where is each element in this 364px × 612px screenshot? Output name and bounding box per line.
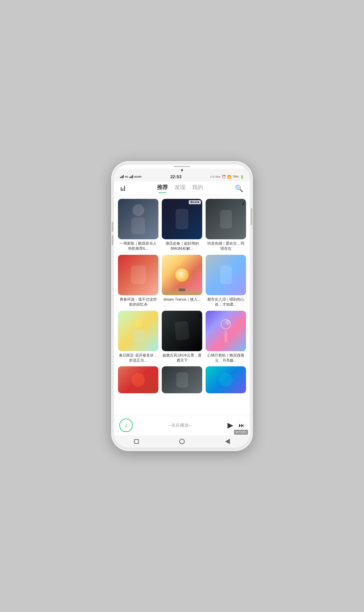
phone-screen: 4G 4GHD 22:53 0.10 KB/s ⏰ 📶 79% 🔋	[114, 164, 250, 448]
phone-frame: 4G 4GHD 22:53 0.10 KB/s ⏰ 📶 79% 🔋	[111, 161, 253, 451]
search-button[interactable]: 🔍	[235, 184, 243, 192]
back-button[interactable]	[178, 437, 186, 446]
list-item[interactable]: 潮店必备 潮店必备｜超好用的BMG轻松解...	[162, 199, 202, 251]
battery-indicator: 79%	[233, 175, 239, 178]
card-image: ♪	[206, 199, 246, 239]
list-item[interactable]: ♪ 抖音伤感｜爱在左，同情在右	[206, 199, 246, 251]
list-item[interactable]: 春日限定·花开春意浓，舒适正当...	[118, 311, 158, 363]
signal-icon-2	[129, 175, 133, 178]
next-button[interactable]: ⏭	[239, 422, 245, 429]
card-overlay	[162, 199, 202, 239]
card-image	[118, 311, 158, 351]
card-badge: 潮店必备	[189, 200, 201, 204]
card-overlay	[206, 311, 246, 351]
card-image: ♪	[162, 311, 202, 351]
camera	[181, 169, 183, 171]
tab-discover[interactable]: 发现	[175, 184, 185, 192]
square-icon	[134, 439, 139, 444]
player-controls: ▶ ⏭	[228, 421, 245, 430]
moon-scene	[162, 255, 202, 295]
card-image	[206, 366, 246, 393]
tab-recommend[interactable]: 推荐	[157, 184, 168, 192]
card-title: 潮店必备｜超好用的BMG轻松解...	[162, 241, 202, 251]
recents-button[interactable]	[223, 437, 232, 446]
status-left: 4G 4GHD	[120, 175, 142, 178]
card-title: 春日限定·花开春意浓，舒适正当...	[118, 353, 158, 363]
circle-icon	[179, 439, 185, 444]
list-item[interactable]: 青春环游：逃不过这些歌的回忆杀	[118, 255, 158, 307]
card-title: 都市女人泪｜唱到伤心处，才知爱...	[206, 297, 246, 307]
status-bar: 4G 4GHD 22:53 0.10 KB/s ⏰ 📶 79% 🔋	[114, 172, 250, 181]
card-image	[206, 311, 246, 351]
clock: 22:53	[170, 174, 181, 179]
battery-icon: 🔋	[240, 175, 244, 179]
card-overlay	[206, 255, 246, 295]
card-image	[118, 255, 158, 295]
card-title: 青春环游：逃不过这些歌的回忆杀	[118, 297, 158, 307]
nav-bar: 推荐 发现 我的 🔍	[114, 181, 250, 195]
list-item[interactable]	[162, 366, 202, 393]
card-image: 潮店必备	[162, 199, 202, 239]
card-title: 一周新歌｜酷我音乐人热歌推荐6...	[118, 241, 158, 251]
card-image	[162, 255, 202, 295]
player-bar: ♪ --未在播放-- ▶ ⏭	[114, 415, 250, 435]
card-title: 超燃古风‖剑冲云霄，逐鹿天下	[162, 353, 202, 363]
moon-shape	[175, 268, 189, 282]
speaker	[174, 166, 190, 167]
card-overlay	[118, 311, 158, 351]
card-overlay	[206, 366, 246, 393]
volume-down-button	[112, 235, 113, 245]
status-right: 0.10 KB/s ⏰ 📶 79% 🔋	[210, 175, 244, 179]
card-image	[118, 199, 158, 239]
bottom-nav	[114, 435, 250, 448]
equalizer-icon	[121, 186, 125, 191]
triangle-icon	[225, 439, 230, 444]
card-overlay	[118, 366, 158, 393]
network-type: 4G	[125, 175, 128, 178]
home-button[interactable]	[132, 437, 141, 446]
nav-tabs: 推荐 发现 我的	[157, 184, 203, 192]
watermark: 软件智库	[234, 430, 248, 435]
card-overlay	[206, 199, 246, 239]
signal-icon	[120, 175, 124, 178]
card-image	[118, 366, 158, 393]
list-item[interactable]: dream Trance｜驶入...	[162, 255, 202, 307]
card-overlay	[118, 255, 158, 295]
wifi-icon: 📶	[227, 175, 231, 179]
card-image	[162, 366, 202, 393]
now-playing: --未在播放--	[137, 422, 223, 428]
network-type-2: 4GHD	[134, 175, 142, 178]
list-item[interactable]: 一周新歌｜酷我音乐人热歌推荐6...	[118, 199, 158, 251]
card-title: 抖音伤感｜爱在左，同情在右	[206, 241, 246, 251]
network-speed: 0.10 KB/s	[210, 176, 220, 178]
notch	[114, 169, 250, 172]
power-button	[251, 208, 252, 225]
tiktok-badge: ♪	[199, 312, 201, 318]
filter-icon[interactable]	[121, 186, 125, 191]
card-title: dream Trance｜驶入...	[162, 297, 202, 302]
card-overlay	[162, 366, 202, 393]
list-item[interactable]	[118, 366, 158, 393]
playlist-grid: 一周新歌｜酷我音乐人热歌推荐6... 潮店必备 潮店必备｜超好用的BMG轻松解.…	[118, 199, 246, 393]
content-area: 一周新歌｜酷我音乐人热歌推荐6... 潮店必备 潮店必备｜超好用的BMG轻松解.…	[114, 195, 250, 415]
album-art: ♪	[119, 419, 133, 432]
tab-mine[interactable]: 我的	[192, 184, 203, 192]
card-title: 心情疗愈机｜晚安踩着云、月亮贩...	[206, 353, 246, 363]
card-overlay	[162, 311, 202, 351]
card-overlay	[118, 199, 158, 239]
list-item[interactable]: ♪ 超燃古风‖剑冲云霄，逐鹿天下	[162, 311, 202, 363]
play-button[interactable]: ▶	[228, 421, 233, 430]
volume-up-button	[112, 222, 113, 232]
list-item[interactable]: 都市女人泪｜唱到伤心处，才知爱...	[206, 255, 246, 307]
card-image	[206, 255, 246, 295]
tiktok-badge: ♪	[242, 200, 245, 206]
list-item[interactable]	[206, 366, 246, 393]
list-item[interactable]: 心情疗愈机｜晚安踩着云、月亮贩...	[206, 311, 246, 363]
alarm-icon: ⏰	[222, 175, 226, 179]
